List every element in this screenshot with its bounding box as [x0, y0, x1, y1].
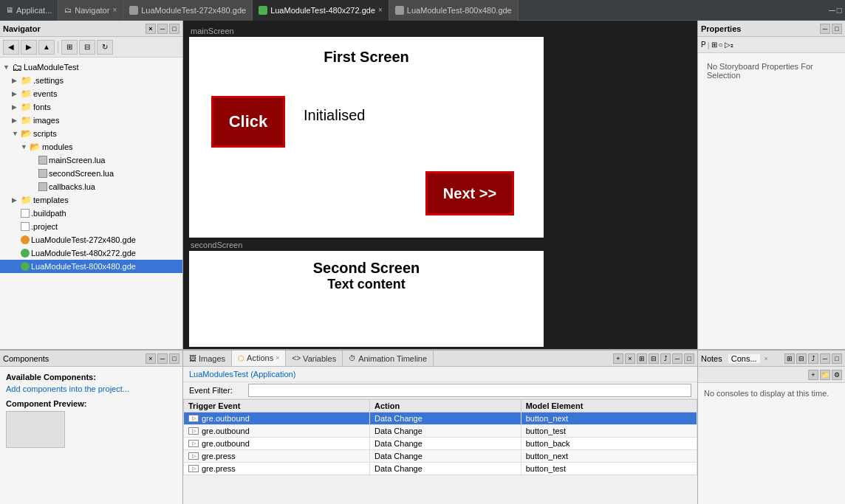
tree-templates[interactable]: ▶ 📁 templates	[0, 193, 182, 207]
tree-fonts[interactable]: ▶ 📁 fonts	[0, 100, 182, 114]
comp-min-btn[interactable]: ─	[157, 353, 168, 364]
console-close[interactable]: ×	[764, 355, 768, 362]
props-sep1: |	[708, 41, 710, 49]
tab-animation[interactable]: ⏱ Animation Timeline	[343, 351, 434, 366]
table-row[interactable]: ▷gre.press Data Change button_test	[184, 463, 697, 475]
tab-images[interactable]: 🖼 Images	[183, 351, 232, 366]
tab-variables[interactable]: <> Variables	[286, 351, 343, 366]
actions-view2-btn[interactable]: ⊟	[649, 353, 659, 364]
nav-up-btn[interactable]: ▲	[38, 40, 55, 55]
tab-navigator[interactable]: 🗂 Navigator ×	[58, 0, 123, 21]
gde-272-icon	[129, 6, 138, 15]
canvas-area[interactable]: mainScreen First Screen Click Initialise…	[183, 21, 697, 349]
console-btn1[interactable]: ⊞	[784, 353, 795, 364]
tab-gde-480[interactable]: LuaModuleTest-480x272.gde ×	[253, 0, 389, 21]
table-row[interactable]: ▷gre.press Data Change button_next	[184, 450, 697, 463]
col-action: Action	[370, 400, 521, 412]
components-header: Components × ─ □	[0, 351, 182, 367]
tree-callbacks-lua[interactable]: ▶ callbacks.lua	[0, 180, 182, 193]
console-tab[interactable]: Cons...	[728, 354, 760, 363]
templates-label: templates	[33, 196, 69, 204]
console-folder-btn[interactable]: 📁	[820, 370, 830, 380]
lua-icon-mainscreen	[38, 156, 47, 165]
tree-scripts[interactable]: ▼ 📂 scripts	[0, 127, 182, 140]
nav-back-btn[interactable]: ◀	[3, 40, 19, 55]
trigger-cell: ▷gre.outbound	[184, 438, 370, 450]
tree-buildpath[interactable]: ▶ .buildpath	[0, 207, 182, 220]
bottom-tab-bar: 🖼 Images ⬡ Actions × <> Variables ⏱ Anim…	[183, 351, 697, 367]
minimize-btn[interactable]: ─	[829, 5, 835, 15]
console-settings-btn[interactable]: ⚙	[832, 370, 842, 380]
gde480-icon	[21, 249, 30, 258]
nav-fwd-btn[interactable]: ▶	[21, 40, 37, 55]
actions-export-btn[interactable]: ⤴	[660, 353, 671, 364]
nav-expand-btn[interactable]: ⊟	[79, 40, 95, 55]
tree-settings[interactable]: ▶ 📁 .settings	[0, 74, 182, 87]
action-cell: Data Change	[370, 438, 521, 450]
table-row[interactable]: ▷gre.outbound Data Change button_test	[184, 425, 697, 438]
tab-application-label: Applicat...	[16, 6, 52, 15]
tab-application[interactable]: 🖥 Applicat...	[0, 0, 58, 21]
trigger-cell: ▷gre.press	[184, 463, 370, 475]
click-button[interactable]: Click	[211, 96, 285, 148]
table-row[interactable]: ▷gre.outbound Data Change button_next	[184, 412, 697, 425]
console-min-btn[interactable]: ─	[820, 353, 830, 364]
actions-min-btn[interactable]: ─	[672, 353, 682, 364]
tab-navigator-close[interactable]: ×	[112, 6, 117, 14]
nav-min-btn[interactable]: ─	[157, 24, 168, 34]
model-cell: button_test	[521, 463, 697, 475]
tree-modules[interactable]: ▼ 📂 modules	[0, 140, 182, 153]
trigger-icon: ▷	[188, 415, 199, 422]
comp-max-btn[interactable]: □	[169, 353, 179, 364]
actions-view1-btn[interactable]: ⊞	[637, 353, 647, 364]
actions-del-btn[interactable]: ×	[625, 353, 635, 364]
nav-max-btn[interactable]: □	[169, 24, 179, 34]
tab-actions-label: Actions	[247, 353, 273, 362]
tree-project[interactable]: ▶ .project	[0, 220, 182, 233]
actions-add-btn[interactable]: +	[613, 353, 623, 364]
buildpath-icon	[21, 209, 30, 218]
app-row-text[interactable]: LuaModulesTest (Application)	[189, 370, 295, 379]
images-chevron: ▶	[12, 117, 19, 124]
console-btn2[interactable]: ⊟	[796, 353, 807, 364]
tree-events[interactable]: ▶ 📁 events	[0, 87, 182, 100]
comp-close-btn[interactable]: ×	[146, 353, 156, 364]
tree-mainscreen-lua[interactable]: ▶ mainScreen.lua	[0, 153, 182, 167]
next-button[interactable]: Next >>	[425, 171, 514, 215]
action-cell: Data Change	[370, 425, 521, 438]
table-row[interactable]: ▷gre.outbound Data Change button_back	[184, 438, 697, 450]
components-content: Available Components: Add components int…	[0, 367, 182, 504]
tree-secondscreen-lua[interactable]: ▶ secondScreen.lua	[0, 167, 182, 180]
nav-collapse-btn[interactable]: ×	[146, 24, 156, 34]
console-btn3[interactable]: ⤴	[808, 353, 818, 364]
notes-tab[interactable]: Notes	[701, 354, 722, 363]
filter-input[interactable]	[248, 384, 691, 397]
tab-actions-close[interactable]: ×	[276, 354, 279, 362]
tab-gde-272[interactable]: LuaModuleTest-272x480.gde	[123, 0, 253, 21]
props-min-btn[interactable]: ─	[820, 24, 830, 34]
tree-gde-800[interactable]: ▶ LuaModuleTest-800x480.gde	[0, 260, 182, 273]
bottom-layout: Components × ─ □ Available Components: A…	[0, 349, 845, 504]
maximize-btn[interactable]: □	[837, 5, 842, 15]
tree-images[interactable]: ▶ 📁 images	[0, 114, 182, 127]
nav-link-btn[interactable]: ⊞	[61, 40, 78, 55]
filter-row: Event Filter:	[183, 382, 697, 399]
console-new-btn[interactable]: +	[808, 370, 818, 380]
add-components-link[interactable]: Add components into the project...	[6, 384, 177, 393]
tree-gde-272[interactable]: ▶ LuaModuleTest-272x480.gde	[0, 233, 182, 246]
console-max-btn[interactable]: □	[832, 353, 842, 364]
props-max-btn[interactable]: □	[832, 24, 842, 34]
tab-gde-800[interactable]: LuaModuleTest-800x480.gde	[389, 0, 519, 21]
props-icon2: ⊞	[711, 41, 717, 49]
secondscreen-label: secondScreen.lua	[49, 169, 114, 178]
events-chevron: ▶	[12, 90, 19, 97]
tree-gde-480[interactable]: ▶ LuaModuleTest-480x272.gde	[0, 246, 182, 260]
console-panel: Notes Cons... × ⊞ ⊟ ⤴ ─ □ + 📁 ⚙ No conso…	[697, 351, 845, 504]
tab-gde-480-close[interactable]: ×	[378, 6, 383, 14]
actions-max-btn[interactable]: □	[684, 353, 694, 364]
tree-root[interactable]: ▼ 🗂 LuaModuleTest	[0, 61, 182, 74]
component-preview-label: Component Preview:	[6, 399, 177, 408]
nav-refresh-btn[interactable]: ↻	[97, 40, 113, 55]
tab-gde-272-label: LuaModuleTest-272x480.gde	[141, 6, 246, 15]
tab-actions[interactable]: ⬡ Actions ×	[232, 351, 286, 366]
